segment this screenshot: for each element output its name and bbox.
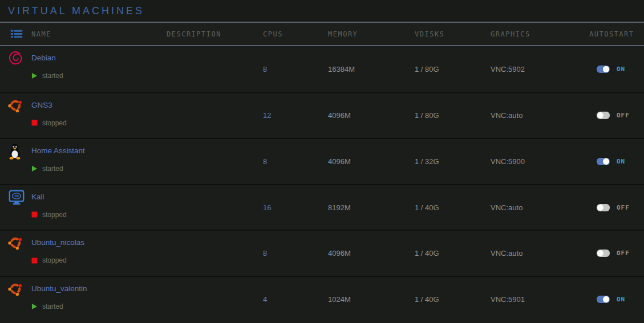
vm-state-label: started xyxy=(42,165,63,173)
play-icon xyxy=(31,165,38,172)
vm-table: Debian started 8 16384M 1 / 80G VNC:5902… xyxy=(0,46,644,322)
vm-cpus-link[interactable]: 8 xyxy=(263,65,267,73)
table-row: VM Kali stopped 16 8192M 1 / 40G VNC:aut… xyxy=(0,184,644,230)
stop-icon xyxy=(31,211,38,218)
column-header-vdisks: VDISKS xyxy=(415,30,491,38)
toggle-knob xyxy=(597,250,604,256)
stop-icon xyxy=(31,120,38,126)
vm-state-label: stopped xyxy=(42,119,67,127)
vm-vdisks: 1 / 80G xyxy=(415,93,491,138)
column-header-autostart: AUTOSTART xyxy=(589,30,644,38)
table-row: Ubuntu_valentin started 4 1024M 1 / 40G … xyxy=(0,276,644,322)
column-header-name: NAME xyxy=(31,30,167,38)
vm-monitor-icon[interactable]: VM xyxy=(7,189,26,206)
vm-memory: 4096M xyxy=(328,139,415,184)
ubuntu-logo[interactable] xyxy=(7,235,23,251)
vm-memory: 16384M xyxy=(328,46,415,92)
ubuntu-logo[interactable] xyxy=(7,281,23,297)
vm-state: started xyxy=(31,72,63,80)
vm-cpus-link[interactable]: 4 xyxy=(263,295,267,304)
vm-description xyxy=(167,185,263,230)
vm-name-link[interactable]: Ubuntu_nicolas xyxy=(31,238,84,247)
table-row: Home Assistant started 8 4096M 1 / 32G V… xyxy=(0,138,644,184)
vm-state-label: started xyxy=(42,302,63,310)
vm-name-link[interactable]: Kali xyxy=(31,193,44,202)
vm-graphics: VNC:auto xyxy=(491,231,589,276)
debian-logo[interactable] xyxy=(7,50,23,66)
ubuntu-logo[interactable] xyxy=(7,97,23,113)
autostart-state-label: ON xyxy=(617,66,625,73)
vm-vdisks: 1 / 32G xyxy=(415,139,491,184)
vm-memory: 4096M xyxy=(328,93,415,138)
autostart-state-label: ON xyxy=(617,296,625,303)
toggle-knob xyxy=(597,112,604,118)
vm-cpus-link[interactable]: 12 xyxy=(263,111,271,120)
vm-state: started xyxy=(31,165,63,173)
autostart-toggle[interactable] xyxy=(597,250,610,257)
vm-cpus-link[interactable]: 16 xyxy=(263,203,271,212)
play-icon xyxy=(31,72,38,79)
vm-memory: 4096M xyxy=(328,231,415,276)
vm-state: stopped xyxy=(31,256,67,264)
toggle-knob xyxy=(597,205,604,211)
column-header-cpus: CPUS xyxy=(263,30,328,38)
autostart-toggle[interactable] xyxy=(597,66,610,73)
table-header: NAME DESCRIPTION CPUS MEMORY VDISKS GRAP… xyxy=(0,23,644,46)
autostart-state-label: OFF xyxy=(617,112,630,119)
autostart-state-label: OFF xyxy=(617,204,630,211)
stop-icon xyxy=(31,257,38,264)
vm-description xyxy=(167,46,263,92)
vm-name-link[interactable]: Debian xyxy=(31,54,56,63)
vm-memory: 8192M xyxy=(328,185,415,230)
vm-cpus-link[interactable]: 8 xyxy=(263,157,267,166)
vm-state: started xyxy=(31,302,63,310)
vm-name-link[interactable]: GNS3 xyxy=(31,101,52,110)
vm-state-label: stopped xyxy=(42,256,67,264)
autostart-state-label: OFF xyxy=(617,250,630,257)
column-header-memory: MEMORY xyxy=(328,30,415,38)
toggle-knob xyxy=(603,158,609,165)
toggle-knob xyxy=(603,296,609,302)
svg-text:VM: VM xyxy=(14,194,19,198)
vm-description xyxy=(167,139,263,184)
vm-description xyxy=(167,231,263,276)
vm-vdisks: 1 / 80G xyxy=(415,46,491,92)
page-title: VIRTUAL MACHINES xyxy=(8,5,144,17)
vm-vdisks: 1 / 40G xyxy=(415,231,491,276)
vm-memory: 1024M xyxy=(328,277,415,322)
table-row: Debian started 8 16384M 1 / 80G VNC:5902… xyxy=(0,46,644,92)
linux-tux-logo[interactable] xyxy=(7,143,22,160)
column-header-graphics: GRAPHICS xyxy=(491,30,589,38)
autostart-state-label: ON xyxy=(617,158,625,165)
table-row: Ubuntu_nicolas stopped 8 4096M 1 / 40G V… xyxy=(0,230,644,276)
autostart-toggle[interactable] xyxy=(597,204,610,211)
play-icon xyxy=(31,303,38,310)
vm-state-label: stopped xyxy=(42,211,67,219)
vm-description xyxy=(167,277,263,322)
vm-graphics: VNC:5902 xyxy=(491,46,589,92)
vm-graphics: VNC:5901 xyxy=(491,277,589,322)
vm-vdisks: 1 / 40G xyxy=(415,185,491,230)
vm-name-link[interactable]: Ubuntu_valentin xyxy=(31,284,87,293)
vm-state: stopped xyxy=(31,211,67,219)
autostart-toggle[interactable] xyxy=(597,296,610,303)
vm-graphics: VNC:auto xyxy=(491,93,589,138)
vm-state: stopped xyxy=(31,119,67,127)
vm-graphics: VNC:5900 xyxy=(491,139,589,184)
table-row: GNS3 stopped 12 4096M 1 / 80G VNC:auto O… xyxy=(0,92,644,138)
vm-state-label: started xyxy=(42,72,63,80)
toggle-knob xyxy=(603,66,609,72)
virtual-machines-title-band: VIRTUAL MACHINES xyxy=(0,0,644,23)
column-header-description: DESCRIPTION xyxy=(167,30,263,38)
vm-vdisks: 1 / 40G xyxy=(415,277,491,322)
vm-name-link[interactable]: Home Assistant xyxy=(31,146,85,156)
list-view-icon xyxy=(10,29,23,39)
vm-graphics: VNC:auto xyxy=(491,185,589,230)
vm-cpus-link[interactable]: 8 xyxy=(263,249,267,257)
autostart-toggle[interactable] xyxy=(597,158,610,165)
autostart-toggle[interactable] xyxy=(597,112,610,119)
vm-description xyxy=(167,93,263,138)
